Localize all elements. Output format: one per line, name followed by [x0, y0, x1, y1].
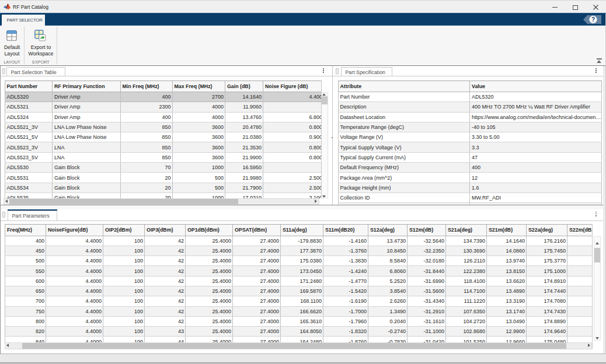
svg-text:?: ?	[591, 16, 595, 23]
